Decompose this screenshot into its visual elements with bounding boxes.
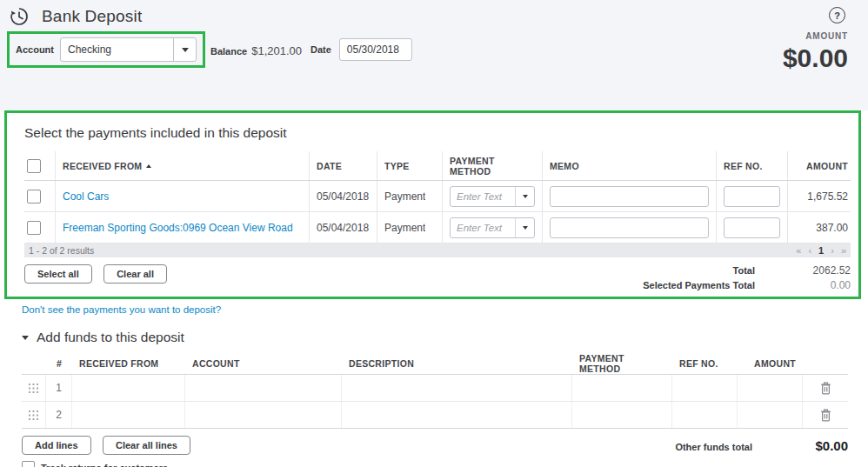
pagination-page[interactable]: 1 — [818, 245, 824, 256]
col-received-from: RECEIVED FROM — [72, 353, 185, 374]
col-ref-no: REF NO. — [672, 353, 738, 374]
add-lines-button[interactable]: Add lines — [22, 436, 91, 455]
account-cell[interactable] — [185, 402, 342, 428]
add-funds-table-header: # RECEIVED FROM ACCOUNT DESCRIPTION PAYM… — [22, 353, 848, 375]
drag-column-header — [22, 353, 46, 374]
balance-group: Balance $1,201.00 — [210, 44, 302, 57]
payments-actions-row: Select all Clear all Total 2062.52 Selec… — [24, 264, 851, 291]
col-amount: AMOUNT — [738, 353, 803, 374]
description-cell[interactable] — [342, 375, 572, 401]
account-cell[interactable] — [185, 375, 342, 401]
payment-date: 05/04/2018 — [317, 222, 369, 234]
add-funds-heading[interactable]: Add funds to this deposit — [22, 330, 868, 345]
customer-link[interactable]: Cool Cars — [63, 190, 109, 203]
combo-arrow-box[interactable] — [515, 218, 534, 237]
payments-table-header: RECEIVED FROM DATE TYPE PAYMENT METHOD M… — [24, 151, 851, 181]
col-date[interactable]: DATE — [310, 151, 377, 180]
help-icon[interactable]: ? — [829, 7, 845, 23]
results-bar: 1 - 2 of 2 results « ‹ 1 › » — [24, 244, 851, 257]
ref-no-input[interactable] — [724, 186, 780, 207]
payment-row: Freeman Sporting Goods:0969 Ocean View R… — [24, 212, 851, 244]
account-annotation-box: Account Checking — [7, 31, 205, 68]
track-returns-checkbox[interactable] — [22, 461, 35, 467]
selected-total-value: 0.00 — [755, 279, 851, 291]
ref-no-input[interactable] — [724, 217, 780, 238]
add-funds-table: # RECEIVED FROM ACCOUNT DESCRIPTION PAYM… — [22, 353, 848, 429]
payment-row: Cool Cars 05/04/2018 Payment Enter Text … — [24, 181, 851, 212]
ref-no-cell[interactable] — [672, 375, 738, 401]
received-from-cell[interactable] — [72, 402, 185, 428]
balance-label: Balance — [210, 46, 247, 57]
col-received-from[interactable]: RECEIVED FROM — [56, 151, 310, 180]
col-payment-method: PAYMENT METHOD — [572, 353, 672, 374]
payment-type: Payment — [384, 190, 425, 203]
col-payment-method: PAYMENT METHOD — [443, 151, 543, 180]
payment-method-combo[interactable]: Enter Text — [450, 186, 535, 207]
clear-all-lines-button[interactable]: Clear all lines — [103, 436, 190, 455]
payments-section: Select the payments included in this dep… — [4, 110, 861, 299]
account-dropdown[interactable]: Checking — [60, 37, 197, 62]
add-funds-row[interactable]: 1 — [22, 375, 848, 402]
payment-date: 05/04/2018 — [317, 190, 369, 203]
payment-method-cell[interactable] — [572, 402, 672, 428]
trash-icon[interactable] — [820, 409, 831, 422]
ref-no-cell[interactable] — [672, 402, 738, 428]
amount-block: AMOUNT $0.00 — [783, 31, 848, 73]
amount-value: $0.00 — [783, 43, 848, 73]
account-label: Account — [16, 44, 54, 55]
balance-value: $1,201.00 — [251, 44, 302, 57]
payment-type: Payment — [384, 222, 425, 234]
dont-see-payments-link[interactable]: Don't see the payments you want to depos… — [22, 304, 221, 315]
customer-link[interactable]: Freeman Sporting Goods:0969 Ocean View R… — [63, 222, 293, 234]
date-group: Date 05/30/2018 — [310, 38, 412, 61]
add-funds-row[interactable]: 2 — [22, 402, 848, 429]
clear-all-button[interactable]: Clear all — [103, 264, 167, 284]
combo-arrow-box[interactable] — [515, 187, 534, 206]
account-dropdown-value: Checking — [61, 43, 173, 56]
selected-total-label: Selected Payments Total — [643, 280, 755, 290]
pagination-prev[interactable]: ‹ — [808, 245, 811, 256]
memo-input[interactable] — [550, 186, 709, 207]
select-all-button[interactable]: Select all — [24, 264, 92, 284]
description-cell[interactable] — [342, 402, 572, 428]
col-description: DESCRIPTION — [342, 353, 572, 374]
row-checkbox[interactable] — [27, 190, 41, 203]
pagination-first[interactable]: « — [796, 245, 801, 256]
pagination-last[interactable]: » — [841, 245, 846, 256]
chevron-down-icon — [523, 195, 528, 198]
payments-table: RECEIVED FROM DATE TYPE PAYMENT METHOD M… — [24, 151, 851, 244]
trash-column-header — [803, 353, 848, 374]
date-label: Date — [310, 44, 331, 55]
bulk-buttons: Select all Clear all — [24, 264, 167, 284]
chevron-down-icon — [523, 226, 528, 230]
pagination: « ‹ 1 › » — [796, 245, 846, 256]
payment-method-cell[interactable] — [572, 375, 672, 401]
memo-input[interactable] — [550, 217, 709, 238]
track-returns-label: Track returns for customers — [41, 463, 168, 467]
col-ref-no: REF NO. — [717, 151, 788, 180]
trash-icon[interactable] — [820, 382, 831, 395]
amount-cell[interactable] — [738, 402, 803, 428]
line-number: 1 — [56, 382, 62, 394]
account-dropdown-arrow-box[interactable] — [173, 38, 196, 61]
track-returns-row: Track returns for customers — [22, 461, 868, 467]
payments-heading: Select the payments included in this dep… — [24, 125, 858, 141]
results-count: 1 - 2 of 2 results — [29, 245, 94, 256]
date-input[interactable]: 05/30/2018 — [339, 38, 412, 61]
amount-cell[interactable] — [738, 375, 803, 401]
row-checkbox[interactable] — [27, 221, 41, 235]
pagination-next[interactable]: › — [831, 245, 834, 256]
payment-amount: 387.00 — [816, 222, 848, 234]
col-type[interactable]: TYPE — [377, 151, 443, 180]
title-row: Bank Deposit — [9, 6, 142, 27]
header-checkbox[interactable] — [27, 159, 41, 173]
amount-label: AMOUNT — [783, 31, 848, 41]
select-all-checkbox-cell — [24, 151, 56, 180]
other-funds-label: Other funds total — [675, 442, 752, 452]
other-funds-value: $0.00 — [752, 438, 848, 453]
drag-handle-icon[interactable] — [29, 410, 38, 420]
received-from-cell[interactable] — [72, 375, 185, 401]
payment-method-combo[interactable]: Enter Text — [450, 217, 535, 238]
recent-transactions-icon[interactable] — [9, 6, 30, 27]
drag-handle-icon[interactable] — [29, 384, 38, 393]
